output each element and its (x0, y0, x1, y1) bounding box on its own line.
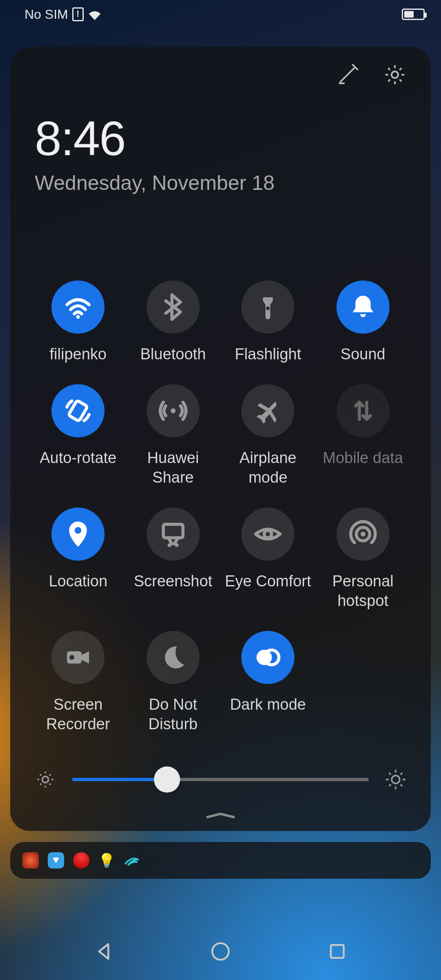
svg-point-4 (171, 408, 176, 413)
toggle-flashlight[interactable]: Flashlight (220, 281, 316, 364)
screenshot-icon (158, 519, 188, 549)
nav-back-button[interactable] (91, 938, 117, 964)
triangle-back-icon (93, 940, 115, 962)
pencil-icon (336, 63, 359, 86)
clock-date: Wednesday, November 18 (35, 171, 410, 195)
navigation-bar (0, 923, 441, 980)
notif-huawei-icon (73, 852, 89, 869)
nav-recent-button[interactable] (324, 938, 350, 964)
circle-home-icon (209, 940, 232, 962)
bluetooth-icon (158, 292, 188, 322)
svg-point-1 (76, 315, 80, 319)
status-right (402, 9, 425, 20)
toggle-wifi[interactable]: filipenko (31, 281, 126, 364)
wifi-icon (63, 292, 93, 322)
data-arrows-icon (348, 396, 378, 425)
eye-icon (253, 519, 283, 549)
brightness-slider-thumb[interactable] (154, 766, 180, 793)
square-recent-icon (326, 940, 348, 962)
toggle-bluetooth[interactable]: Bluetooth (126, 281, 221, 364)
toggle-auto-rotate[interactable]: Auto-rotate (31, 384, 126, 487)
toggle-label: Auto-rotate (40, 448, 116, 468)
svg-point-18 (212, 943, 229, 960)
svg-point-16 (42, 776, 48, 782)
brightness-slider[interactable] (72, 778, 369, 781)
toggle-eye-comfort[interactable]: Eye Comfort (220, 508, 316, 610)
toggle-label: Eye Comfort (225, 571, 311, 591)
svg-rect-19 (331, 945, 344, 958)
brightness-high-icon (385, 769, 406, 790)
toggle-airplane[interactable]: Airplane mode (220, 384, 316, 487)
brightness-row (35, 769, 406, 790)
toggle-label: Screenshot (134, 571, 212, 591)
svg-rect-6 (163, 524, 183, 538)
airplane-icon (253, 396, 283, 425)
toggle-dark-mode[interactable]: Dark mode (220, 631, 316, 734)
clock-time: 8:46 (35, 111, 410, 166)
notif-health-icon: ♥ (48, 852, 64, 869)
brightness-low-icon (35, 769, 56, 790)
toggle-label: Personal hotspot (316, 571, 411, 610)
toggle-hotspot[interactable]: Personal hotspot (316, 508, 411, 610)
toggle-dnd[interactable]: Do Not Disturb (126, 631, 221, 734)
toggle-label: Mobile data (323, 448, 403, 468)
toggle-label: Huawei Share (126, 448, 221, 487)
panel-drag-handle[interactable] (204, 812, 237, 819)
svg-point-2 (266, 307, 270, 310)
toggle-huawei-share[interactable]: Huawei Share (126, 384, 221, 487)
notif-swoosh-icon (124, 852, 140, 869)
flashlight-icon (253, 292, 283, 322)
toggle-screenshot[interactable]: Screenshot (126, 508, 221, 610)
svg-point-8 (175, 543, 178, 547)
notification-strip[interactable]: ♥ 💡 (10, 842, 431, 879)
toggle-mobile-data[interactable]: Mobile data (316, 384, 411, 487)
toggle-label: Dark mode (230, 695, 306, 714)
brightness-slider-fill (72, 778, 167, 781)
toggle-label: filipenko (50, 344, 107, 364)
toggle-label: Sound (341, 344, 385, 364)
toggle-label: Flashlight (235, 344, 301, 364)
toggle-label: Screen Recorder (31, 695, 126, 734)
video-camera-icon (63, 643, 93, 672)
sim-alert-icon (72, 7, 84, 21)
toggle-label: Do Not Disturb (126, 695, 221, 734)
panel-top-actions (31, 63, 410, 86)
hotspot-icon (348, 519, 378, 549)
rotate-icon (63, 396, 93, 425)
toggle-label: Airplane mode (220, 448, 316, 487)
dark-mode-icon (253, 643, 283, 672)
battery-icon (402, 9, 425, 20)
toggle-screen-recorder[interactable]: Screen Recorder (31, 631, 126, 734)
notif-tips-icon: 💡 (98, 852, 115, 869)
toggle-label: Bluetooth (140, 344, 206, 364)
toggles-grid: filipenko Bluetooth Flashlight Sound Aut… (31, 281, 410, 734)
gear-icon (383, 63, 406, 86)
edit-button[interactable] (336, 63, 359, 86)
nav-home-button[interactable] (207, 938, 234, 964)
svg-point-5 (74, 527, 82, 534)
bell-icon (348, 292, 378, 322)
svg-point-9 (264, 530, 272, 538)
svg-point-13 (69, 655, 74, 660)
location-pin-icon (63, 519, 93, 549)
svg-point-7 (167, 543, 171, 547)
settings-button[interactable] (383, 63, 406, 86)
toggle-sound[interactable]: Sound (316, 281, 411, 364)
notif-game-icon (22, 852, 39, 869)
status-left: No SIM (24, 7, 102, 22)
svg-rect-3 (69, 400, 88, 421)
svg-point-0 (392, 71, 398, 78)
toggle-label: Location (49, 571, 107, 591)
moon-icon (158, 643, 188, 672)
sim-status-text: No SIM (24, 7, 68, 22)
svg-point-10 (361, 532, 365, 537)
quick-settings-panel: 8:46 Wednesday, November 18 filipenko Bl… (10, 47, 431, 831)
svg-point-17 (392, 775, 400, 784)
status-bar: No SIM (0, 0, 441, 29)
toggle-location[interactable]: Location (31, 508, 126, 610)
share-waves-icon (158, 396, 188, 425)
wifi-status-icon (88, 9, 102, 20)
